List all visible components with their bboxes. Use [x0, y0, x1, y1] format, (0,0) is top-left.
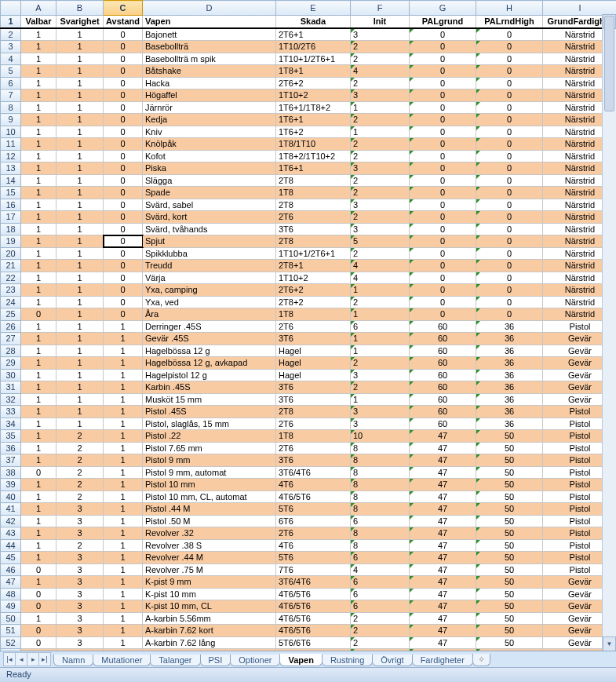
row-header-14[interactable]: 14	[1, 174, 21, 187]
cell[interactable]: 0	[21, 466, 56, 479]
tab-last-icon[interactable]: ▸|	[38, 652, 51, 666]
cell[interactable]: 1	[351, 333, 410, 345]
cell[interactable]: 1	[56, 41, 104, 53]
cell[interactable]: 2T8	[276, 174, 351, 187]
cell[interactable]: 2	[351, 174, 410, 187]
cell[interactable]: 60	[410, 381, 476, 394]
sheet-tab-psi[interactable]: PSI	[200, 655, 231, 666]
cell[interactable]: 3	[56, 612, 104, 625]
cell[interactable]: 2T6+2	[276, 284, 351, 297]
cell[interactable]: 4	[351, 563, 410, 576]
row-header-39[interactable]: 39	[1, 479, 21, 491]
cell[interactable]: Musköt 15 mm	[143, 393, 276, 406]
cell[interactable]: Pistol .44 M	[143, 503, 276, 516]
cell[interactable]: 1	[56, 393, 104, 406]
cell[interactable]: 2T8+2	[276, 296, 351, 308]
cell[interactable]: Pistol 9 mm, automat	[143, 466, 276, 479]
cell[interactable]: 47	[410, 625, 476, 637]
row-header-15[interactable]: 15	[1, 187, 21, 199]
cell[interactable]: 1	[104, 406, 143, 418]
cell[interactable]: 2T8+1	[276, 260, 351, 272]
cell[interactable]: A-karbin 5.56mm	[143, 612, 276, 625]
row-header-38[interactable]: 38	[1, 466, 21, 479]
cell[interactable]: 36	[476, 357, 543, 370]
cell[interactable]: 1	[104, 552, 143, 564]
cell[interactable]: 3T6	[276, 454, 351, 467]
cell[interactable]: 0	[21, 588, 56, 600]
cell[interactable]: 60	[410, 345, 476, 357]
row-header-19[interactable]: 19	[1, 235, 21, 248]
cell[interactable]: 3	[56, 576, 104, 589]
cell[interactable]: 1	[104, 357, 143, 370]
cell[interactable]: Spade	[143, 187, 276, 199]
cell[interactable]: 3	[351, 418, 410, 430]
cell[interactable]: 2	[351, 53, 410, 65]
cell[interactable]: 60	[410, 406, 476, 418]
cell[interactable]: 0	[21, 308, 56, 321]
cell[interactable]: 1	[104, 588, 143, 600]
cell[interactable]: 2	[351, 636, 410, 649]
cell[interactable]: 6	[351, 320, 410, 333]
cell[interactable]: 1	[21, 406, 56, 418]
row-header-7[interactable]: 7	[1, 89, 21, 102]
cell[interactable]: 2	[56, 491, 104, 503]
row-header-40[interactable]: 40	[1, 491, 21, 503]
row-header-45[interactable]: 45	[1, 552, 21, 564]
cell[interactable]: 1	[21, 41, 56, 53]
cell[interactable]: 1	[56, 308, 104, 321]
cell[interactable]: 0	[410, 308, 476, 321]
cell[interactable]: Treudd	[143, 260, 276, 272]
cell[interactable]: 1	[56, 77, 104, 89]
cell[interactable]: 0	[104, 114, 143, 126]
cell[interactable]: 47	[410, 454, 476, 467]
cell[interactable]: Hagelpistol 12 g	[143, 369, 276, 381]
cell[interactable]: 47	[410, 491, 476, 503]
cell[interactable]: 2T8	[276, 235, 351, 248]
cell[interactable]: 47	[410, 442, 476, 454]
cell[interactable]: 0	[410, 272, 476, 284]
cell[interactable]: 1	[104, 527, 143, 540]
cell[interactable]: 1	[21, 296, 56, 308]
cell[interactable]: 1	[56, 53, 104, 65]
select-all-corner[interactable]	[1, 1, 21, 16]
sheet-tab-vapen[interactable]: Vapen	[279, 654, 322, 666]
cell[interactable]: 1	[56, 89, 104, 102]
cell[interactable]: 0	[104, 53, 143, 65]
cell[interactable]: 6	[351, 515, 410, 527]
cell[interactable]: 0	[104, 150, 143, 162]
cell[interactable]: 1	[21, 357, 56, 370]
cell[interactable]: 2	[351, 150, 410, 162]
cell[interactable]: 0	[104, 28, 143, 41]
cell[interactable]: Kniv	[143, 126, 276, 138]
cell[interactable]: 50	[476, 479, 543, 491]
cell[interactable]: 1	[21, 539, 56, 552]
column-header-E[interactable]: E	[276, 1, 351, 16]
cell[interactable]: Revolver .32	[143, 527, 276, 540]
cell[interactable]: 50	[476, 563, 543, 576]
row-header-3[interactable]: 3	[1, 41, 21, 53]
cell[interactable]: 1	[21, 126, 56, 138]
cell[interactable]: 1	[21, 247, 56, 260]
cell[interactable]: 60	[410, 369, 476, 381]
row-header-47[interactable]: 47	[1, 576, 21, 589]
cell[interactable]: Pistol .45S	[143, 406, 276, 418]
cell[interactable]: 1	[351, 308, 410, 321]
cell[interactable]: 1	[21, 418, 56, 430]
cell[interactable]: 1	[104, 491, 143, 503]
cell[interactable]: 0	[410, 187, 476, 199]
cell[interactable]: 1	[56, 211, 104, 224]
cell[interactable]: 0	[476, 272, 543, 284]
cell[interactable]: 0	[104, 41, 143, 53]
cell[interactable]: Pistol .50 M	[143, 515, 276, 527]
cell[interactable]: 0	[104, 126, 143, 138]
cell[interactable]: 0	[476, 53, 543, 65]
cell[interactable]: 2	[351, 77, 410, 89]
cell[interactable]: 0	[476, 114, 543, 126]
cell[interactable]: 0	[410, 150, 476, 162]
sheet-tab-mutationer[interactable]: Mutationer	[93, 655, 151, 666]
cell[interactable]: 0	[476, 41, 543, 53]
cell[interactable]: 2T6	[276, 442, 351, 454]
cell[interactable]: 0	[21, 636, 56, 649]
column-header-C[interactable]: C	[104, 1, 143, 16]
cell[interactable]: 3	[56, 636, 104, 649]
